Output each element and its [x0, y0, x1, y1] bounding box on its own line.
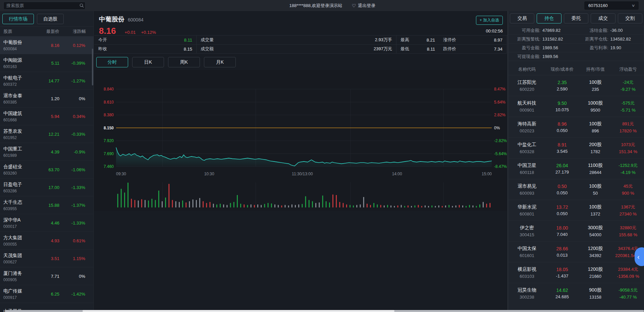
position-shares: 100股 — [589, 79, 601, 85]
stock-row[interactable]: 方大集团 000055 4.93 0.61% — [0, 232, 94, 250]
stock-name: 方大集团 — [3, 235, 31, 241]
stock-row[interactable]: 厦门港务 000905 7.71 0% — [0, 267, 94, 285]
summary-cell: 可提现金额: 1989.56 — [508, 52, 576, 61]
welcome-text: 188****888,欢迎登录演示站 — [289, 3, 342, 9]
position-price: 18.00 — [556, 225, 568, 231]
stock-code: 601989 — [3, 153, 31, 158]
stock-row[interactable]: 退市金泰 600385 1.20 0% — [0, 90, 94, 108]
stock-search-box[interactable] — [3, 2, 86, 10]
stock-list: 中葡股份 600084 8.16 0.12% 中闽能源 600163 5.11 … — [0, 37, 94, 312]
stock-name: 退市金泰 — [3, 93, 31, 99]
detail-stock-code: 600084 — [128, 17, 144, 22]
detail-header: 中葡股份 600084 8.16 +0.01 +0.12% + 加入自选 00:… — [94, 11, 507, 35]
stock-code: 000627 — [3, 260, 31, 264]
position-row[interactable]: 航天科技 000901 9.50 10.075 1000股 9500 -575元… — [508, 96, 644, 117]
list-scrollbar-thumb[interactable] — [92, 49, 93, 85]
stock-code: 603260 — [3, 171, 31, 176]
stock-row[interactable]: 深中华A 000017 4.46 -1.33% — [0, 214, 94, 232]
stat-label: 涨停价 — [443, 37, 456, 43]
stock-code: 603286 — [3, 189, 31, 193]
market-tab[interactable]: 自选股 — [37, 14, 64, 24]
stock-row[interactable]: 中葡股份 600084 8.16 0.12% — [0, 37, 94, 54]
stock-code: 601952 — [3, 135, 31, 140]
stock-name: 中航电子 — [3, 75, 31, 81]
stock-row[interactable]: 天茂集团 000627 3.51 1.15% — [0, 250, 94, 267]
chart-period-tab[interactable]: 日K — [132, 57, 164, 67]
position-shares: 1200股 — [588, 246, 603, 252]
position-name: 中国太保 — [518, 246, 536, 252]
svg-text:7.920: 7.920 — [104, 138, 114, 143]
position-row[interactable]: 中国卫星 600118 26.04 27.179 1100股 28644 -12… — [508, 158, 644, 179]
position-pl: 23384.4元 — [618, 266, 638, 272]
position-price: 14.62 — [556, 288, 568, 293]
search-input[interactable] — [4, 3, 78, 8]
position-code: 603103 — [520, 274, 534, 279]
stock-code: 603955 — [3, 206, 31, 211]
position-cost: 0.050 — [557, 190, 568, 195]
position-market-value: 21660 — [589, 274, 601, 279]
chart-period-tab[interactable]: 周K — [168, 57, 200, 67]
stat-cell: 成交额 2397万元 — [197, 45, 396, 54]
position-pl-percent: 17820 % — [620, 128, 637, 133]
stat-cell: 成交量 2.93万手 — [197, 36, 396, 45]
position-pl-percent: 900 % — [622, 191, 634, 196]
position-cost: 0.013 — [557, 253, 568, 258]
search-icon[interactable] — [78, 3, 85, 8]
positions-header: 名称代码 现价/成本价 持有/市值 浮动盈亏 — [508, 64, 644, 75]
trade-tab[interactable]: 持仓 — [537, 13, 561, 23]
summary-value: 1989.56 — [542, 54, 558, 59]
horizontal-scrollbar[interactable] — [5, 310, 644, 312]
position-market-value: 13158 — [589, 295, 601, 300]
stock-row[interactable]: 中国建筑 601668 5.94 0.34% — [0, 108, 94, 125]
trade-tab[interactable]: 交易 — [510, 13, 534, 23]
svg-text:5.64%: 5.64% — [494, 100, 505, 105]
logout-button[interactable]: ♡ 退出登录 — [352, 3, 376, 9]
position-row[interactable]: 华新水泥 600801 13.72 0.050 100股 1372 1367元 … — [508, 200, 644, 221]
minute-chart[interactable]: 8.8408.47%8.6105.64%8.3802.82%8.1500%7.9… — [94, 70, 507, 211]
position-row[interactable]: 海特高新 002023 8.96 0.050 100股 896 891元 178… — [508, 117, 644, 137]
position-market-value: 235 — [592, 87, 599, 92]
position-row[interactable]: 中国太保 601601 28.66 0.013 1200股 34392 3437… — [508, 241, 644, 262]
horizontal-scrollbar-thumb[interactable] — [83, 310, 394, 312]
stat-cell: 今开 8.11 — [94, 36, 197, 45]
position-price: 26.04 — [556, 163, 568, 168]
summary-value: 134582.82 — [610, 37, 631, 42]
account-select[interactable]: 60753160 ∨ — [584, 1, 639, 10]
position-market-value: 1782 — [591, 149, 600, 154]
market-tab[interactable]: 行情市场 — [2, 14, 34, 24]
stock-row[interactable]: 中航电子 600372 14.77 -1.27% — [0, 72, 94, 90]
stock-name: 中国重工 — [3, 146, 31, 152]
stock-row[interactable]: 合盛硅业 603260 63.70 -1.06% — [0, 161, 94, 179]
stock-name: 中国建筑 — [3, 111, 31, 117]
position-row[interactable]: 江苏阳光 600220 2.35 2.590 100股 235 -24元 -9.… — [508, 75, 644, 96]
chart-period-tab[interactable]: 月K — [204, 57, 236, 67]
svg-text:8.47%: 8.47% — [494, 87, 505, 91]
stock-name: 深中华A — [3, 217, 31, 223]
position-row[interactable]: 冠昊生物 300238 14.62 24.685 900股 13158 -905… — [508, 283, 644, 304]
stock-code: 000905 — [3, 277, 31, 282]
position-row[interactable]: 中盐化工 600328 8.91 3.545 200股 1782 1073元 1… — [508, 137, 644, 158]
column-price-cost: 现价/成本价 — [546, 66, 579, 72]
stock-row[interactable]: 中国重工 601989 4.39 -0.9% — [0, 143, 94, 161]
summary-cell: 盈亏利率: 19.90 — [576, 44, 644, 52]
position-row[interactable]: 横店影视 603103 18.05 -1.437 1200股 21660 233… — [508, 262, 644, 283]
position-cost: 27.179 — [555, 170, 569, 175]
detail-stock-name: 中葡股份 — [99, 15, 124, 24]
stock-row[interactable]: 日盈电子 603286 17.00 -1.33% — [0, 179, 94, 196]
add-watchlist-button[interactable]: + 加入自选 — [476, 16, 503, 25]
position-row[interactable]: 伊之密 300415 18.00 7.040 3000股 54000 32880… — [508, 221, 644, 241]
position-cost: 24.685 — [555, 294, 569, 299]
stock-row[interactable]: 大千生态 603955 15.88 -1.37% — [0, 196, 94, 214]
stock-row[interactable]: 苏垦农发 601952 12.21 -0.33% — [0, 125, 94, 143]
collapse-panel-button[interactable]: ‹ — [635, 247, 644, 266]
chart-period-tab[interactable]: 分时 — [96, 57, 128, 67]
summary-label: 距离平仓线: — [576, 36, 608, 42]
position-row[interactable]: 退市易见 600093 0.50 0.050 100股 50 45元 900 % — [508, 179, 644, 200]
stock-row[interactable]: 中闽能源 600163 5.11 -0.39% — [0, 54, 94, 72]
trade-tab[interactable]: 委托 — [564, 13, 588, 23]
trade-tab[interactable]: 成交 — [591, 13, 615, 23]
trade-tab[interactable]: 交割 — [618, 13, 642, 23]
stock-change: -1.27% — [59, 78, 87, 83]
summary-label: 可提现金额: — [508, 54, 540, 60]
stock-row[interactable]: 电广传媒 000917 6.25 -1.42% — [0, 285, 94, 303]
